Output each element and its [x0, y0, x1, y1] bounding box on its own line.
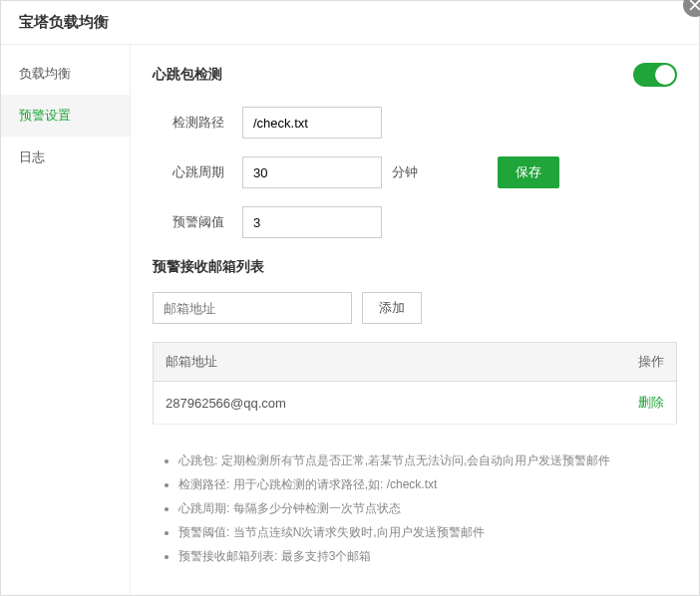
heartbeat-header: 心跳包检测: [153, 63, 677, 87]
help-item: 预警阈值: 当节点连续N次请求失败时,向用户发送预警邮件: [178, 520, 677, 544]
cycle-input[interactable]: [242, 156, 382, 188]
col-action: 操作: [541, 343, 676, 382]
help-item: 预警接收邮箱列表: 最多支持3个邮箱: [178, 544, 677, 568]
content-panel: 心跳包检测 检测路径 心跳周期 分钟 保存 预警阈值 预警接收邮箱列表 添加: [131, 45, 699, 595]
form-row-path: 检测路径: [153, 107, 677, 139]
delete-link[interactable]: 删除: [638, 395, 664, 410]
add-button[interactable]: 添加: [362, 292, 422, 324]
threshold-label: 预警阈值: [173, 213, 242, 231]
form-row-threshold: 预警阈值: [153, 206, 677, 238]
heartbeat-title: 心跳包检测: [153, 66, 222, 84]
email-section-title: 预警接收邮箱列表: [153, 258, 677, 276]
path-label: 检测路径: [173, 114, 242, 132]
heartbeat-toggle[interactable]: [633, 63, 677, 87]
email-input[interactable]: [153, 292, 352, 324]
cell-email: 287962566@qq.com: [154, 382, 542, 425]
help-item: 检测路径: 用于心跳检测的请求路径,如: /check.txt: [178, 472, 677, 496]
title-bar: 宝塔负载均衡: [1, 1, 699, 45]
help-item: 心跳周期: 每隔多少分钟检测一次节点状态: [178, 496, 677, 520]
email-add-row: 添加: [153, 292, 677, 324]
sidebar-item-alert-settings[interactable]: 预警设置: [1, 95, 130, 137]
help-list: 心跳包: 定期检测所有节点是否正常,若某节点无法访问,会自动向用户发送预警邮件 …: [153, 448, 677, 568]
sidebar-item-load-balance[interactable]: 负载均衡: [1, 53, 130, 95]
close-icon: [689, 0, 700, 11]
dialog: 宝塔负载均衡 负载均衡 预警设置 日志 心跳包检测 检测路径 心跳周期 分钟 保…: [0, 0, 700, 596]
sidebar-item-label: 日志: [19, 149, 45, 164]
dialog-body: 负载均衡 预警设置 日志 心跳包检测 检测路径 心跳周期 分钟 保存 预警阈值: [1, 45, 699, 595]
help-item: 心跳包: 定期检测所有节点是否正常,若某节点无法访问,会自动向用户发送预警邮件: [178, 448, 677, 472]
cycle-suffix: 分钟: [392, 163, 418, 181]
form-row-cycle: 心跳周期 分钟 保存: [153, 156, 677, 188]
sidebar-item-label: 预警设置: [19, 108, 71, 123]
dialog-title: 宝塔负载均衡: [19, 13, 109, 32]
sidebar-item-logs[interactable]: 日志: [1, 137, 130, 178]
cycle-label: 心跳周期: [173, 163, 242, 181]
path-input[interactable]: [242, 107, 382, 139]
save-button[interactable]: 保存: [498, 156, 559, 188]
sidebar-item-label: 负载均衡: [19, 66, 71, 81]
table-row: 287962566@qq.com 删除: [154, 382, 677, 425]
sidebar: 负载均衡 预警设置 日志: [1, 45, 131, 595]
email-table: 邮箱地址 操作 287962566@qq.com 删除: [153, 342, 677, 425]
col-email: 邮箱地址: [154, 343, 542, 382]
threshold-input[interactable]: [242, 206, 382, 238]
